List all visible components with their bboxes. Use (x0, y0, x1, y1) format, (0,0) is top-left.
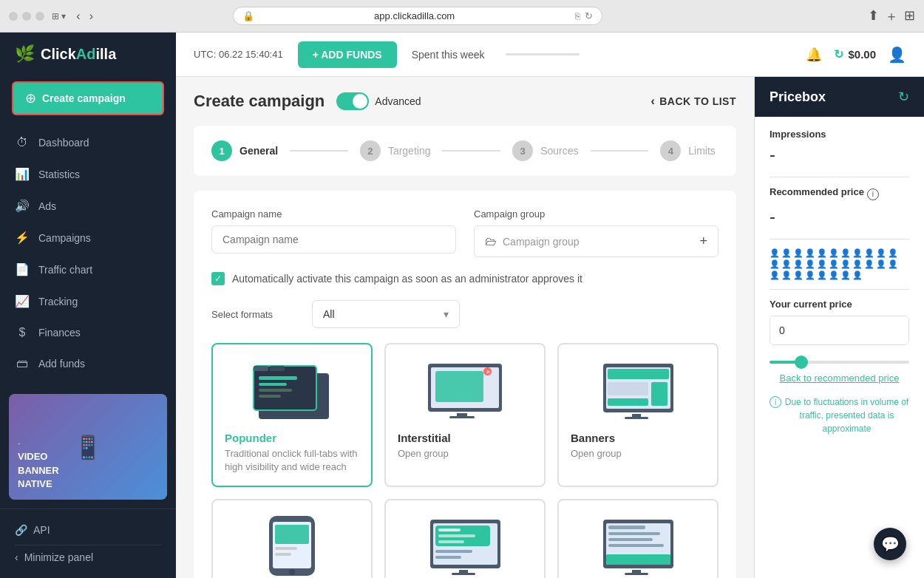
maximize-button[interactable] (35, 12, 44, 21)
back-to-list-button[interactable]: ‹ BACK TO LIST (650, 95, 736, 108)
pricebox-body: Impressions - Recommended price i - 👤 👤 (755, 117, 924, 447)
format-card-interstitial[interactable]: ✕ Interstitial Open group (384, 343, 546, 487)
person-icon: 👤 (781, 248, 792, 258)
sidebar-item-label: Ads (38, 200, 56, 212)
person-icon: 👤 (840, 259, 851, 269)
price-input[interactable] (770, 317, 909, 344)
sidebar-item-tracking[interactable]: 📈 Tracking (0, 285, 176, 317)
address-bar[interactable]: 🔒 app.clickadilla.com ⎘ ↻ (233, 7, 602, 25)
checkmark-icon: ✓ (214, 273, 222, 284)
top-bar-right: 🔔 ↻ $0.00 👤 (806, 46, 906, 64)
pricebox-title: Pricebox (770, 89, 826, 105)
steps-container: 1 General 2 Targeting 3 (194, 126, 736, 176)
banners-image (571, 356, 705, 423)
sidebar-item-label: Traffic chart (38, 264, 92, 276)
sidebar-item-dashboard[interactable]: ⏱ Dashboard (0, 127, 176, 158)
forward-button[interactable]: › (86, 8, 96, 24)
balance-refresh-icon[interactable]: ↻ (834, 47, 843, 61)
person-icon: 👤 (829, 271, 839, 280)
sidebar-item-finances[interactable]: $ Finances (0, 317, 176, 348)
chat-button[interactable]: 💬 (874, 528, 906, 560)
create-campaign-label: Create campaign (42, 92, 126, 104)
dashboard-icon: ⏱ (15, 136, 30, 149)
person-icon: 👤 (852, 248, 863, 258)
campaign-name-input[interactable] (211, 225, 456, 254)
svg-rect-34 (438, 534, 475, 537)
person-icon: 👤 (829, 248, 839, 258)
advanced-toggle[interactable]: Advanced (336, 92, 421, 110)
spent-bar (506, 53, 580, 55)
page-header: Create campaign Advanced ‹ BACK TO LIST (194, 92, 736, 111)
sidebar-item-label: Campaigns (38, 232, 91, 244)
campaign-group-input[interactable]: 🗁 Campaign group + (474, 225, 719, 257)
banner-label: - (18, 438, 158, 447)
sidebar-item-campaigns[interactable]: ⚡ Campaigns (0, 222, 176, 254)
sidebar-item-add-funds[interactable]: 🗃 Add funds (0, 348, 176, 379)
step-limits[interactable]: 4 Limits (660, 140, 719, 161)
pricebox-refresh-icon[interactable]: ↻ (898, 89, 909, 105)
recommended-price-value: - (770, 206, 909, 227)
step-4-number: 4 (668, 146, 673, 157)
url-text: app.clickadilla.com (259, 10, 571, 21)
sidebar-item-ads[interactable]: 🔊 Ads (0, 190, 176, 222)
select-formats-row: Select formats All ▾ (211, 300, 719, 328)
step-line-1 (290, 150, 348, 152)
format-cards-grid: Popunder Traditional onclick full-tabs w… (211, 343, 719, 578)
spent-this-week-label: Spent this week (412, 49, 485, 61)
step-2-number: 2 (367, 146, 373, 157)
user-avatar-icon[interactable]: 👤 (888, 46, 906, 64)
traffic-chart-icon: 📄 (15, 262, 30, 276)
inpage-image (571, 512, 705, 578)
step-sources[interactable]: 3 Sources (512, 140, 578, 161)
back-button[interactable]: ‹ (73, 8, 83, 24)
close-button[interactable] (9, 12, 18, 21)
create-campaign-button[interactable]: ⊕ Create campaign (12, 81, 164, 115)
svg-rect-2 (254, 366, 268, 371)
svg-rect-22 (625, 417, 648, 419)
grid-icon[interactable]: ⊞ (904, 7, 915, 25)
format-card-inpage[interactable]: In-page/Sticky (557, 499, 719, 578)
minimize-button[interactable] (22, 12, 31, 21)
banners-title: Banners (571, 432, 705, 444)
back-recommended-price-link[interactable]: Back to recommended price (770, 373, 909, 384)
format-select-dropdown[interactable]: All ▾ (312, 300, 460, 328)
svg-rect-3 (270, 366, 285, 371)
new-tab-icon[interactable]: ＋ (885, 7, 898, 25)
api-link[interactable]: 🔗 API (15, 518, 161, 542)
logo-icon: 🌿 (15, 44, 35, 64)
person-icon: 👤 (876, 248, 886, 258)
banner-text: VIDEO BANNER NATIVE (18, 450, 158, 491)
notification-bell-icon[interactable]: 🔔 (806, 47, 822, 63)
auto-activate-checkbox[interactable]: ✓ (211, 272, 225, 285)
format-card-webpush[interactable]: Web-push (384, 499, 546, 578)
step-3-number: 3 (520, 146, 526, 157)
format-card-inapp[interactable]: In-app (211, 499, 373, 578)
share-icon[interactable]: ⬆ (868, 7, 879, 25)
svg-rect-25 (275, 525, 309, 544)
step-general[interactable]: 1 General (211, 140, 278, 161)
chevron-left-icon: ‹ (15, 551, 18, 563)
add-funds-button[interactable]: + ADD FUNDS (298, 41, 397, 68)
balance-display[interactable]: ↻ $0.00 (834, 47, 876, 61)
divider-2 (770, 239, 909, 239)
step-targeting[interactable]: 2 Targeting (360, 140, 431, 161)
price-slider[interactable] (770, 361, 909, 364)
toggle-switch[interactable] (336, 92, 369, 110)
dropdown-arrow-icon: ▾ (444, 308, 449, 320)
page-content: Create campaign Advanced ‹ BACK TO LIST (176, 77, 924, 578)
statistics-icon: 📊 (15, 167, 30, 181)
tab-icon: ⊞ ▾ (52, 11, 66, 21)
refresh-icon[interactable]: ↻ (585, 10, 593, 21)
sidebar-item-statistics[interactable]: 📊 Statistics (0, 158, 176, 190)
interstitial-subtitle: Open group (398, 447, 532, 460)
format-card-popunder[interactable]: Popunder Traditional onclick full-tabs w… (211, 343, 373, 487)
minimize-label: Minimize panel (24, 551, 93, 563)
minimize-panel[interactable]: ‹ Minimize panel (15, 545, 161, 569)
current-price-label: Your current price (770, 299, 909, 310)
popunder-image (225, 356, 359, 423)
person-icon: 👤 (805, 248, 815, 258)
format-card-banners[interactable]: Banners Open group (557, 343, 719, 487)
api-icon: 🔗 (15, 524, 27, 536)
add-group-button[interactable]: + (699, 234, 707, 249)
sidebar-item-traffic-chart[interactable]: 📄 Traffic chart (0, 254, 176, 285)
